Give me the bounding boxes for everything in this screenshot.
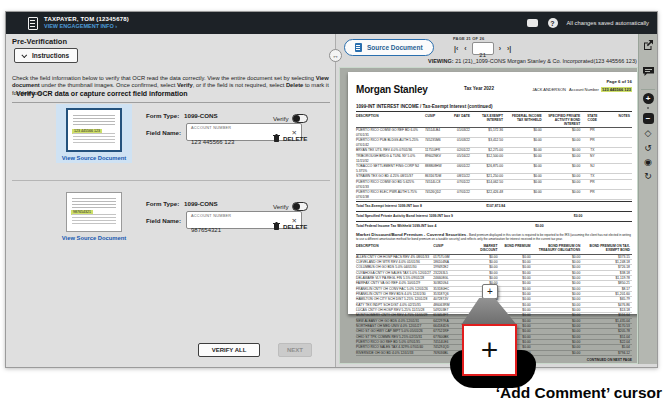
- table1-header: DESCRIPTIONCUSIPPAY DATETAX-EXEMPT INTER…: [356, 114, 632, 129]
- account-number-highlight: 123 445566 123: [601, 87, 632, 92]
- section1-title: 1099-INT INTEREST INCOME / Tax-Exempt In…: [356, 104, 632, 112]
- account-line: JACK ANDERSON Account Number 123 445566 …: [532, 87, 632, 92]
- verify-toggle[interactable]: [292, 114, 308, 123]
- tax-year: Tax Year 2022: [464, 86, 494, 91]
- total-federal-withheld-row: Total Federal Income Tax Withheld 1099-I…: [356, 221, 632, 230]
- table-row: PUERTO RICO ELEC PWR AUTH 5.75% 07/01/38…: [356, 190, 632, 200]
- field-caption: ACCOUNT NUMBER: [191, 214, 289, 218]
- verify-toggle[interactable]: [292, 202, 308, 211]
- document-thumbnail[interactable]: 987654321: [66, 192, 122, 232]
- pan-view-icon[interactable]: ◉: [642, 156, 654, 168]
- form-type-label: Form Type:: [146, 200, 179, 207]
- chevron-down-icon: [21, 52, 27, 58]
- table1-body: PUERTO RICO COMW GO REF BD 6.0% 07/01/31…: [356, 128, 632, 200]
- first-page-button[interactable]: |‹: [451, 42, 461, 55]
- add-comment-cursor-magnified: +: [462, 324, 517, 376]
- total-tax-exempt-row: Total Tax-Exempt Interest 1099-INT box 8…: [356, 201, 632, 210]
- delete-button[interactable]: DELETE: [273, 222, 307, 230]
- field-caption: ACCOUNT NUMBER: [191, 126, 289, 130]
- open-in-new-window-icon[interactable]: [642, 39, 654, 51]
- table-row: PUERTO RICO COMW GO REF BD 6.0% 07/01/31…: [356, 128, 632, 138]
- view-engagement-info-link[interactable]: VIEW ENGAGEMENT INFO ›: [44, 23, 129, 30]
- thumbnail-card-1[interactable]: 123 445566 123 View Source Document: [56, 104, 132, 163]
- verify-label: Verify: [273, 115, 288, 122]
- trash-icon: [273, 134, 280, 142]
- thumbnail-text-lines: [73, 115, 115, 125]
- taxpayer-name: TAXPAYER, TOM (12345678): [44, 16, 129, 24]
- account-number-label: Account Number: [569, 87, 599, 92]
- client-name: JACK ANDERSON: [532, 87, 566, 92]
- page-count-caption: PAGE 21 OF 26: [453, 36, 484, 41]
- doc-page-info: Page 6 of 16: [606, 79, 632, 84]
- zoom-in-icon[interactable]: +: [642, 92, 654, 104]
- app-window: TAXPAYER, TOM (12345678) VIEW ENGAGEMENT…: [5, 11, 658, 368]
- divider: [12, 102, 330, 103]
- viewer-toolbar: + − ◇ ↺ ◉ ↻: [638, 34, 657, 364]
- viewing-status: VIEWING: 21 (21)_1099-CONS Morgan Stanle…: [428, 58, 637, 64]
- morgan-stanley-logo: Morgan Stanley: [356, 84, 428, 95]
- view-source-document-link[interactable]: View Source Document: [56, 235, 132, 241]
- rotate-left-icon[interactable]: ↺: [642, 142, 654, 154]
- zoom-level-dot: [647, 107, 649, 109]
- rotate-right-icon[interactable]: ↻: [642, 170, 654, 182]
- screenshot-stage: TAXPAYER, TOM (12345678) VIEW ENGAGEMENT…: [0, 0, 665, 408]
- field-name-label: Field Name:: [146, 129, 181, 136]
- help-icon[interactable]: ?: [548, 18, 558, 28]
- previous-page-button[interactable]: ‹: [461, 42, 469, 55]
- toolbar-divider: [641, 89, 655, 90]
- thumbnail-card-2[interactable]: 987654321 View Source Document: [56, 192, 132, 241]
- page-number-box[interactable]: [472, 42, 494, 55]
- delete-button[interactable]: DELETE: [273, 134, 307, 142]
- verify-all-button[interactable]: VERIFY ALL: [198, 343, 260, 357]
- source-document-tab[interactable]: Source Document: [344, 39, 434, 56]
- next-button[interactable]: NEXT: [278, 343, 312, 357]
- autosave-status: All changes saved automatically: [567, 20, 650, 26]
- verify-control: Verify: [273, 202, 308, 211]
- thumbnail-text-lines: [73, 133, 115, 145]
- document-page: Morgan Stanley Tax Year 2022 Page 6 of 1…: [348, 72, 638, 314]
- pre-verification-panel: Pre-Verification Instructions Check the …: [6, 34, 336, 367]
- panel-splitter-handle[interactable]: ↔: [329, 49, 342, 62]
- form-type-value: 1099-CONS: [184, 200, 218, 207]
- table-row: TRIBOROUGH BRDG & TUNL NY 5.0% 11/15/328…: [356, 154, 632, 164]
- form-type-value: 1099-CONS: [184, 112, 218, 119]
- zoom-out-icon[interactable]: −: [642, 112, 654, 124]
- table2-header: DESCRIPTIONCUSIPMARKET DISCOUNTBOND PREM…: [356, 244, 632, 254]
- field-name-label: Field Name:: [146, 217, 181, 224]
- instructions-button[interactable]: Instructions: [14, 48, 78, 63]
- thumbnail-text-lines: [72, 214, 116, 226]
- verify-control: Verify: [273, 114, 308, 123]
- thumbnail-text-lines: [72, 198, 116, 208]
- document-icon: [355, 43, 362, 52]
- table-row: PUERTO RICO COMW GO BD 5.625% 07/01/3374…: [356, 180, 632, 190]
- panel-title: Pre-Verification: [12, 37, 67, 46]
- viewing-label: VIEWING:: [428, 58, 454, 64]
- comments-icon[interactable]: [527, 19, 538, 27]
- next-page-button[interactable]: ›: [496, 42, 504, 55]
- document-thumbnail[interactable]: 123 445566 123: [66, 108, 122, 152]
- table-row: TOBACCO SETTLEMENT FING CORP NJ 5.375%88…: [356, 164, 632, 174]
- top-bar: TAXPAYER, TOM (12345678) VIEW ENGAGEMENT…: [6, 12, 657, 34]
- total-private-activity-row: Total Specified Private Activity Bond In…: [356, 211, 632, 220]
- table-row: PUERTO RICO PUB BLDGS AUTH 5.25% 07/01/4…: [356, 138, 632, 148]
- fit-to-page-icon[interactable]: ◇: [642, 127, 654, 139]
- annotation-comment-icon[interactable]: [642, 65, 654, 77]
- verify-label: Verify: [273, 203, 288, 210]
- document-icon: [28, 17, 38, 30]
- card-divider: [12, 180, 330, 181]
- viewing-value: 21 (21)_1099-CONS Morgan Stanley & Co. I…: [455, 58, 637, 64]
- last-page-button[interactable]: ›|: [504, 42, 514, 55]
- view-source-document-link[interactable]: View Source Document: [56, 155, 132, 161]
- page-navigation: |‹ ‹ › ›|: [451, 42, 514, 55]
- section-heading: Verify OCR data or capture correct field…: [16, 90, 188, 97]
- trash-icon: [273, 222, 280, 230]
- form-type-label: Form Type:: [146, 112, 179, 119]
- add-comment-cursor: +: [482, 284, 498, 299]
- callout-label: ‘Add Comment’ cursor: [362, 384, 662, 402]
- taxpayer-identity: TAXPAYER, TOM (12345678) VIEW ENGAGEMENT…: [44, 16, 129, 30]
- section2-intro: Market Discount/Bond Premium - Covered S…: [356, 233, 632, 242]
